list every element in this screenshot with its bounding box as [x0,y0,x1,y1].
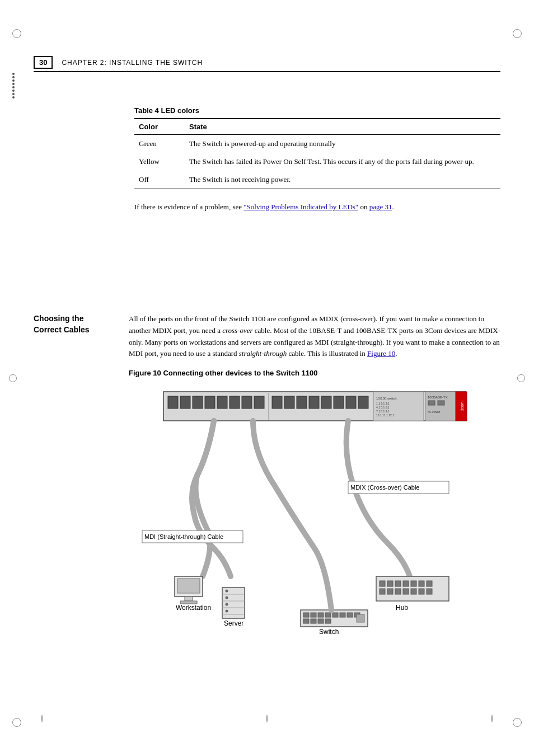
table-caption-rest: LED colors [159,106,199,115]
corner-mark-bl [12,718,21,727]
main-content: Table 4 LED colors Color State Green The… [134,73,500,213]
svg-rect-73 [325,619,331,623]
svg-rect-3 [193,396,203,408]
svg-rect-7 [242,396,252,408]
svg-point-42 [226,589,228,592]
led-table-section: Table 4 LED colors Color State Green The… [134,106,500,213]
page31-link[interactable]: page 31 [369,203,392,211]
svg-rect-26 [428,401,435,405]
col-header-state: State [185,119,500,135]
svg-rect-56 [395,589,401,594]
svg-text:10:1 11:1 12:1: 10:1 11:1 12:1 [376,414,394,417]
solving-problems-link[interactable]: "Solving Problems Indicated by LEDs" [243,203,358,211]
svg-rect-63 [311,613,316,617]
svg-rect-2 [180,396,190,408]
switch-bottom-label: Switch [319,628,339,636]
svg-text:1:1 2:1 3:1: 1:1 2:1 3:1 [376,402,390,405]
svg-text:4:1 5:1 6:1: 4:1 5:1 6:1 [376,406,390,409]
svg-rect-11 [284,396,294,408]
svg-rect-74 [357,614,364,622]
svg-rect-6 [229,396,240,408]
svg-text:3com: 3com [460,401,464,411]
page-header: 30 Chapter 2: Installing the Switch [34,56,500,72]
svg-text:10/100 switch: 10/100 switch [376,397,397,400]
svg-rect-68 [347,613,353,617]
row-state-yellow: The Switch has failed its Power On Self … [185,153,500,171]
svg-rect-53 [427,581,432,586]
svg-rect-10 [272,396,282,408]
corner-mark-tl [12,29,21,38]
svg-rect-16 [346,396,356,408]
table-caption-bold: Table 4 [134,106,159,115]
side-mark-left [9,374,17,382]
svg-rect-13 [309,396,319,408]
svg-rect-34 [177,579,200,593]
svg-rect-71 [311,619,316,623]
corner-mark-tr [513,29,522,38]
svg-rect-51 [411,581,416,586]
svg-rect-35 [185,597,193,601]
server-label: Server [224,619,243,627]
svg-rect-5 [217,396,227,408]
hub-icon [376,576,449,601]
svg-rect-67 [340,613,345,617]
table-header-row: Color State [134,119,500,135]
svg-rect-59 [419,589,424,594]
svg-rect-54 [380,589,385,594]
text-between: on [358,203,369,211]
mdi-label: MDI (Straight-through) Cable [144,533,223,540]
svg-rect-57 [403,589,409,594]
side-mark-right [517,374,525,382]
body-paragraph: All of the ports on the front of the Swi… [129,313,500,360]
svg-rect-55 [387,589,393,594]
chapter-title: Chapter 2: Installing the Switch [62,59,203,67]
svg-rect-50 [403,581,409,586]
figure10-link[interactable]: Figure 10 [367,349,395,358]
svg-point-44 [226,603,228,605]
svg-text:7:1 8:1 9:1: 7:1 8:1 9:1 [376,410,390,413]
figure-container: 10/100 switch 1:1 2:1 3:1 4:1 5:1 6:1 7:… [129,386,500,647]
svg-rect-72 [318,619,324,623]
svg-text:100BASE-TX: 100BASE-TX [428,396,448,399]
page-number: 30 [34,56,53,69]
binding-dots [12,73,15,98]
svg-rect-47 [380,581,385,586]
svg-rect-48 [387,581,393,586]
svg-rect-8 [254,396,264,408]
section-body: All of the ports on the front of the Swi… [129,313,500,647]
footer-mark-right [491,715,493,722]
workstation-icon [175,576,203,604]
table-row: Yellow The Switch has failed its Power O… [134,153,500,171]
svg-rect-4 [205,396,215,408]
svg-rect-70 [303,619,309,623]
switch-bottom-icon [301,610,368,627]
row-state-green: The Switch is powered-up and operating n… [185,135,500,153]
mdix-label: MDIX (Cross-over) Cable [350,484,419,491]
svg-rect-62 [303,613,309,617]
text-before-link: If there is evidence of a problem, see [134,203,243,211]
svg-rect-14 [321,396,331,408]
table-row: Off The Switch is not receiving power. [134,171,500,189]
svg-rect-15 [334,396,344,408]
corner-mark-br [513,718,522,727]
diagram-svg: 10/100 switch 1:1 2:1 3:1 4:1 5:1 6:1 7:… [129,386,500,644]
svg-rect-37 [222,588,245,618]
sidebar-title: Choosing the Correct Cables [34,313,129,335]
svg-rect-60 [427,589,432,594]
svg-rect-12 [297,396,307,408]
svg-rect-64 [318,613,324,617]
svg-point-45 [226,609,228,612]
row-color-off: Off [134,171,185,189]
page-footer [34,715,500,722]
workstation-label: Workstation [176,604,211,612]
figure-caption: Figure 10 Connecting other devices to th… [129,368,500,379]
row-color-green: Green [134,135,185,153]
svg-rect-17 [358,396,368,408]
led-table: Color State Green The Switch is powered-… [134,118,500,189]
server-icon [222,588,245,618]
row-state-off: The Switch is not receiving power. [185,171,500,189]
col-header-color: Color [134,119,185,135]
svg-text:AC Power: AC Power [428,410,441,414]
svg-rect-52 [419,581,424,586]
sidebar-label: Choosing the Correct Cables [34,313,129,647]
